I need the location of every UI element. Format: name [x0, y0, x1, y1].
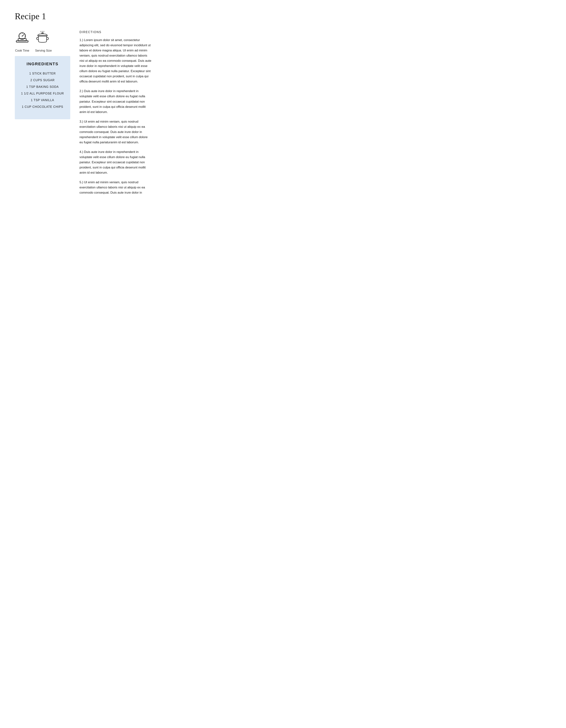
main-layout: Cook Time Serving Size INGREDIENTS 1 STI… [15, 31, 152, 200]
ingredients-box: INGREDIENTS 1 STICK BUTTER 2 CUPS SUGAR … [15, 56, 70, 119]
ingredient-item: 1 STICK BUTTER [18, 72, 67, 75]
direction-step-3: 3.) Ut enim ad minim veniam, quis nostru… [80, 119, 152, 145]
page-title: Recipe 1 [15, 11, 152, 21]
ingredients-title: INGREDIENTS [18, 62, 67, 66]
directions-title: DIRECTIONS [80, 31, 152, 34]
ingredient-item: 1 TSP VANILLA [18, 99, 67, 102]
svg-line-9 [20, 34, 21, 34]
svg-point-8 [22, 36, 23, 37]
direction-step-4: 4.) Duis aute irure dolor in reprehender… [80, 149, 152, 175]
serving-size-icon [35, 31, 50, 45]
direction-step-1: 1.) Lorem ipsum dolor sit amet, consecte… [80, 38, 152, 84]
ingredient-item: 1 CUP CHOCOLATE CHIPS [18, 105, 67, 109]
ingredient-item: 1 1/2 ALL PURPOSE FLOUR [18, 92, 67, 95]
svg-rect-11 [42, 33, 43, 34]
svg-line-10 [24, 34, 24, 34]
right-column: DIRECTIONS 1.) Lorem ipsum dolor sit ame… [80, 31, 152, 200]
labels-row: Cook Time Serving Size [15, 49, 70, 52]
serving-size-icon-wrapper [35, 31, 50, 45]
direction-step-2: 2.) Duis aute irure dolor in reprehender… [80, 89, 152, 114]
cook-time-icon-wrapper [15, 31, 30, 45]
cook-time-label: Cook Time [15, 49, 30, 52]
direction-step-5: 5.) Ut enim ad minim veniam, quis nostru… [80, 180, 152, 195]
left-column: Cook Time Serving Size INGREDIENTS 1 STI… [15, 31, 70, 119]
cook-time-icon [15, 31, 30, 45]
ingredient-item: 1 TSP BAKING SODA [18, 85, 67, 89]
icons-row [15, 31, 70, 45]
serving-size-label: Serving Size [35, 49, 52, 52]
ingredient-item: 2 CUPS SUGAR [18, 79, 67, 82]
